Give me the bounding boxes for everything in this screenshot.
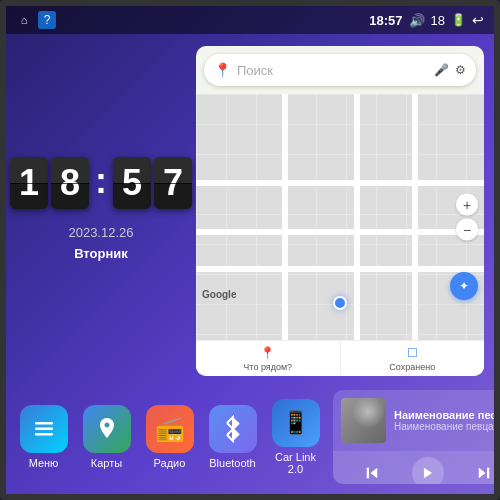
hours-group: 1 8 xyxy=(10,157,89,209)
map-settings-icon[interactable]: ⚙ xyxy=(455,63,466,77)
minute-digit-2: 7 xyxy=(154,157,192,209)
svg-rect-2 xyxy=(35,433,53,436)
question-icon[interactable]: ? xyxy=(38,11,56,29)
battery-level: 18 xyxy=(431,13,445,28)
saved-icon: ☐ xyxy=(407,346,418,360)
map-road-h1 xyxy=(196,180,484,186)
music-title: Наименование песни xyxy=(394,409,500,421)
date-display: 2023.12.26 xyxy=(68,223,133,244)
upper-section: 1 8 : 5 7 xyxy=(6,34,494,384)
minutes-group: 5 7 xyxy=(113,157,192,209)
map-zoom-controls: + − xyxy=(456,194,478,241)
next-track-button[interactable] xyxy=(470,459,498,484)
map-pin-icon xyxy=(95,416,119,442)
mic-icon[interactable]: 🎤 xyxy=(434,63,449,77)
minute-digit-1: 5 xyxy=(113,157,151,209)
nearby-label: Что рядом? xyxy=(243,362,292,372)
day-name: Вторник xyxy=(68,244,133,265)
bluetooth-app-label: Bluetooth xyxy=(209,457,255,469)
carlink-app-icon: 📱 xyxy=(272,399,320,447)
app-item-radio[interactable]: 📻 Радио xyxy=(142,405,197,469)
bluetooth-icon xyxy=(223,415,243,443)
svg-marker-5 xyxy=(371,468,378,479)
svg-rect-1 xyxy=(35,428,53,431)
radio-app-label: Радио xyxy=(154,457,186,469)
menu-app-label: Меню xyxy=(29,457,59,469)
map-widget[interactable]: 📍 Поиск 🎤 ⚙ xyxy=(196,46,484,376)
yandex-logo-icon: 📍 xyxy=(214,62,231,78)
map-area: + − ✦ Google xyxy=(196,94,484,340)
map-search-input[interactable]: Поиск xyxy=(237,63,428,78)
maps-app-label: Карты xyxy=(91,457,122,469)
home-icon[interactable]: ⌂ xyxy=(16,12,32,28)
album-art-image xyxy=(341,398,386,443)
prev-track-button[interactable] xyxy=(358,459,386,484)
app-icons: Меню Карты 📻 Радио xyxy=(16,390,323,484)
map-road-v3 xyxy=(412,94,418,340)
time-display: 18:57 xyxy=(369,13,402,28)
map-tiles: + − ✦ Google xyxy=(196,94,484,340)
status-left: ⌂ ? xyxy=(16,11,56,29)
flip-clock: 1 8 : 5 7 xyxy=(10,157,192,209)
music-artist: Наименование певца xyxy=(394,421,500,432)
google-logo: Google xyxy=(202,289,236,300)
hour-digit-2: 8 xyxy=(51,157,89,209)
navigate-icon: ✦ xyxy=(459,279,469,293)
map-road-v1 xyxy=(282,94,288,340)
music-album-art xyxy=(341,398,386,443)
map-navigate-button[interactable]: ✦ xyxy=(450,272,478,300)
svg-marker-8 xyxy=(479,468,486,479)
play-button[interactable] xyxy=(412,457,444,484)
bluetooth-app-icon xyxy=(209,405,257,453)
back-icon[interactable]: ↩ xyxy=(472,12,484,28)
map-zoom-out-button[interactable]: − xyxy=(456,219,478,241)
app-item-carlink[interactable]: 📱 Car Link 2.0 xyxy=(268,399,323,475)
radio-app-icon: 📻 xyxy=(146,405,194,453)
app-item-bluetooth[interactable]: Bluetooth xyxy=(205,405,260,469)
status-right: 18:57 🔊 18 🔋 ↩ xyxy=(369,12,484,28)
saved-label: Сохранено xyxy=(389,362,435,372)
map-road-h3 xyxy=(196,266,484,272)
hour-digit-1: 1 xyxy=(10,157,48,209)
bottom-section: Меню Карты 📻 Радио xyxy=(6,384,494,494)
clock-colon: : xyxy=(93,160,109,202)
map-road-h2 xyxy=(196,229,484,235)
main-screen: ⌂ ? 18:57 🔊 18 🔋 ↩ 1 8 xyxy=(0,0,500,500)
next-icon xyxy=(475,464,493,482)
svg-rect-0 xyxy=(35,422,53,425)
svg-rect-9 xyxy=(487,468,489,479)
music-controls xyxy=(333,451,500,484)
map-nearby-button[interactable]: 📍 Что рядом? xyxy=(196,341,341,376)
volume-icon: 🔊 xyxy=(409,13,425,28)
status-bar: ⌂ ? 18:57 🔊 18 🔋 ↩ xyxy=(6,6,494,34)
svg-rect-6 xyxy=(367,468,369,479)
music-info: Наименование песни Наименование певца xyxy=(394,409,500,432)
map-location-dot xyxy=(333,296,347,310)
menu-app-icon xyxy=(20,405,68,453)
app-item-maps[interactable]: Карты xyxy=(79,405,134,469)
play-icon xyxy=(421,466,435,480)
map-zoom-in-button[interactable]: + xyxy=(456,194,478,216)
main-content: 1 8 : 5 7 xyxy=(6,34,494,494)
nearby-icon: 📍 xyxy=(260,346,275,360)
battery-icon: 🔋 xyxy=(451,13,466,27)
music-info-row: Наименование песни Наименование певца xyxy=(333,390,500,451)
menu-icon xyxy=(32,417,56,441)
map-road-v2 xyxy=(354,94,360,340)
svg-marker-7 xyxy=(424,468,432,479)
app-item-menu[interactable]: Меню xyxy=(16,405,71,469)
music-player: Наименование песни Наименование певца xyxy=(333,390,500,484)
carlink-app-label: Car Link 2.0 xyxy=(268,451,323,475)
map-search-bar[interactable]: 📍 Поиск 🎤 ⚙ xyxy=(204,54,476,86)
prev-icon xyxy=(363,464,381,482)
clock-widget: 1 8 : 5 7 xyxy=(16,46,186,376)
maps-app-icon xyxy=(83,405,131,453)
clock-date: 2023.12.26 Вторник xyxy=(68,223,133,265)
map-saved-button[interactable]: ☐ Сохранено xyxy=(341,341,485,376)
map-bottom-bar: 📍 Что рядом? ☐ Сохранено xyxy=(196,340,484,376)
